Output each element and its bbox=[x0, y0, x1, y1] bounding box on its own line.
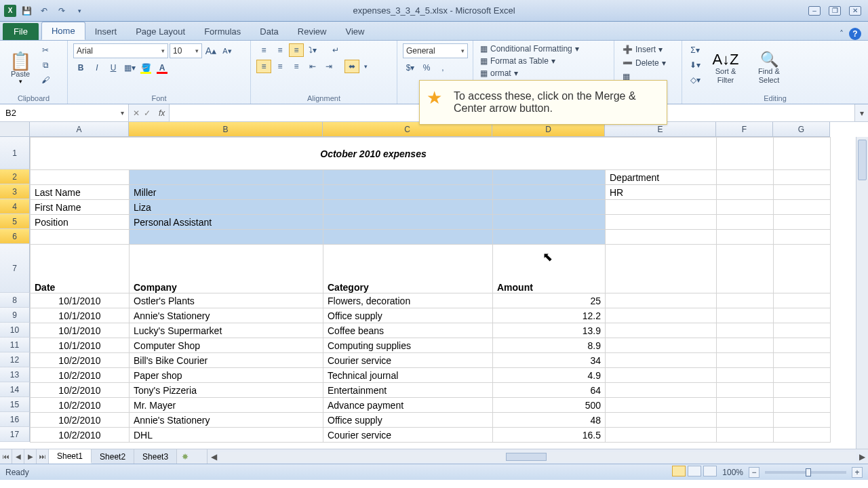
row-header-17[interactable]: 17 bbox=[0, 427, 30, 442]
data-cell[interactable]: Courier service bbox=[323, 428, 493, 443]
data-cell[interactable] bbox=[717, 428, 774, 443]
data-cell[interactable]: Technical journal bbox=[323, 368, 493, 383]
sheet-tab-sheet1[interactable]: Sheet1 bbox=[49, 449, 92, 464]
data-cell[interactable] bbox=[606, 353, 717, 368]
data-cell[interactable]: Paper shop bbox=[130, 368, 323, 383]
row-header-7[interactable]: 7 bbox=[0, 244, 30, 293]
data-cell[interactable]: 10/2/2010 bbox=[31, 428, 130, 443]
align-middle-icon[interactable]: ≡ bbox=[273, 43, 288, 57]
header-cell[interactable]: Category bbox=[323, 245, 493, 293]
data-cell[interactable] bbox=[606, 428, 717, 443]
data-cell[interactable]: 64 bbox=[493, 383, 606, 398]
redo-icon[interactable]: ↷ bbox=[54, 3, 69, 18]
file-tab[interactable]: File bbox=[3, 23, 39, 40]
cell-styles-button[interactable]: ▦ormat ▾ bbox=[479, 68, 608, 79]
cell[interactable] bbox=[31, 170, 130, 185]
data-cell[interactable] bbox=[606, 398, 717, 413]
name-box[interactable]: ▾ bbox=[0, 104, 129, 121]
data-cell[interactable] bbox=[717, 323, 774, 338]
data-cell[interactable]: Computer Shop bbox=[130, 338, 323, 353]
data-cell[interactable]: 10/1/2010 bbox=[31, 338, 130, 353]
find-select-button[interactable]: 🔍 Find & Select bbox=[749, 43, 789, 93]
tab-insert[interactable]: Insert bbox=[85, 23, 127, 40]
data-cell[interactable] bbox=[774, 413, 831, 428]
zoom-in-button[interactable]: + bbox=[852, 467, 863, 478]
save-icon[interactable]: 💾 bbox=[19, 3, 34, 18]
cell[interactable] bbox=[323, 215, 493, 230]
data-cell[interactable]: Office supply bbox=[323, 413, 493, 428]
row-header-8[interactable]: 8 bbox=[0, 293, 30, 308]
cell[interactable] bbox=[606, 230, 717, 245]
header-cell[interactable] bbox=[606, 245, 717, 293]
data-cell[interactable] bbox=[717, 308, 774, 323]
delete-cells-button[interactable]: ➖Delete ▾ bbox=[620, 57, 676, 69]
data-cell[interactable] bbox=[606, 338, 717, 353]
header-cell[interactable]: Amount bbox=[493, 245, 606, 293]
percent-format-icon[interactable]: % bbox=[419, 61, 434, 75]
accounting-format-icon[interactable]: $▾ bbox=[403, 61, 418, 75]
vertical-scrollbar[interactable] bbox=[856, 137, 868, 449]
tab-review[interactable]: Review bbox=[288, 23, 336, 40]
data-cell[interactable]: Annie's Stationery bbox=[130, 413, 323, 428]
data-cell[interactable]: 8.9 bbox=[493, 338, 606, 353]
cell[interactable] bbox=[493, 200, 606, 215]
row-header-11[interactable]: 11 bbox=[0, 338, 30, 352]
column-header-A[interactable]: A bbox=[30, 122, 129, 137]
data-cell[interactable]: 4.9 bbox=[493, 368, 606, 383]
data-cell[interactable]: 10/2/2010 bbox=[31, 353, 130, 368]
tab-nav-first-icon[interactable]: ⏮ bbox=[0, 449, 12, 464]
data-cell[interactable]: 12.2 bbox=[493, 308, 606, 323]
tab-home[interactable]: Home bbox=[41, 22, 85, 40]
conditional-formatting-button[interactable]: ▦Conditional Formatting ▾ bbox=[479, 43, 608, 54]
worksheet-grid[interactable]: ABCDEFG 1234567891011121314151617 Octobe… bbox=[0, 122, 868, 449]
fx-icon[interactable]: fx bbox=[155, 104, 169, 121]
title-cell[interactable]: October 2010 expenses bbox=[31, 138, 717, 170]
cell[interactable] bbox=[31, 230, 130, 245]
name-box-input[interactable] bbox=[0, 108, 117, 118]
select-all-corner[interactable] bbox=[0, 122, 30, 137]
new-sheet-button[interactable]: ✸ bbox=[177, 449, 193, 464]
row-header-5[interactable]: 5 bbox=[0, 214, 30, 229]
underline-button[interactable]: U bbox=[106, 61, 121, 75]
decrease-indent-icon[interactable]: ⇤ bbox=[305, 60, 320, 73]
data-cell[interactable] bbox=[774, 368, 831, 383]
cell[interactable]: Personal Assistant bbox=[130, 215, 323, 230]
cell[interactable] bbox=[774, 230, 831, 245]
row-header-15[interactable]: 15 bbox=[0, 397, 30, 412]
data-cell[interactable] bbox=[774, 338, 831, 353]
qat-customize-icon[interactable]: ▾ bbox=[72, 3, 87, 18]
data-cell[interactable]: 10/1/2010 bbox=[31, 293, 130, 308]
restore-button[interactable]: ❐ bbox=[829, 6, 841, 16]
align-right-icon[interactable]: ≡ bbox=[289, 60, 304, 73]
bold-button[interactable]: B bbox=[73, 61, 88, 75]
row-header-16[interactable]: 16 bbox=[0, 412, 30, 427]
data-cell[interactable] bbox=[717, 413, 774, 428]
column-header-G[interactable]: G bbox=[773, 122, 830, 137]
cell[interactable] bbox=[774, 185, 831, 200]
merge-center-button[interactable]: ⬌ bbox=[344, 60, 359, 73]
header-cell[interactable]: Company bbox=[130, 245, 323, 293]
fill-color-button[interactable]: 🪣 bbox=[138, 61, 153, 75]
close-button[interactable]: ✕ bbox=[849, 6, 861, 16]
align-center-icon[interactable]: ≡ bbox=[273, 60, 288, 73]
cell[interactable] bbox=[130, 230, 323, 245]
cell[interactable]: First Name bbox=[31, 200, 130, 215]
data-cell[interactable]: Computing supplies bbox=[323, 338, 493, 353]
shrink-font-icon[interactable]: A▾ bbox=[220, 44, 235, 58]
cell[interactable]: Liza bbox=[130, 200, 323, 215]
data-cell[interactable]: Entertainment bbox=[323, 383, 493, 398]
data-cell[interactable]: 10/2/2010 bbox=[31, 398, 130, 413]
data-cell[interactable]: 10/2/2010 bbox=[31, 413, 130, 428]
row-header-12[interactable]: 12 bbox=[0, 352, 30, 367]
autosum-icon[interactable]: Σ▾ bbox=[688, 43, 703, 57]
data-cell[interactable]: Lucky's Supermarket bbox=[130, 323, 323, 338]
tab-nav-prev-icon[interactable]: ◀ bbox=[12, 449, 24, 464]
wrap-text-button[interactable]: ↵ bbox=[328, 43, 343, 57]
cell[interactable] bbox=[717, 185, 774, 200]
data-cell[interactable]: Advance payment bbox=[323, 398, 493, 413]
data-cell[interactable]: DHL bbox=[130, 428, 323, 443]
normal-view-button[interactable] bbox=[672, 466, 686, 476]
data-cell[interactable] bbox=[774, 353, 831, 368]
data-cell[interactable] bbox=[774, 398, 831, 413]
data-cell[interactable]: 16.5 bbox=[493, 428, 606, 443]
